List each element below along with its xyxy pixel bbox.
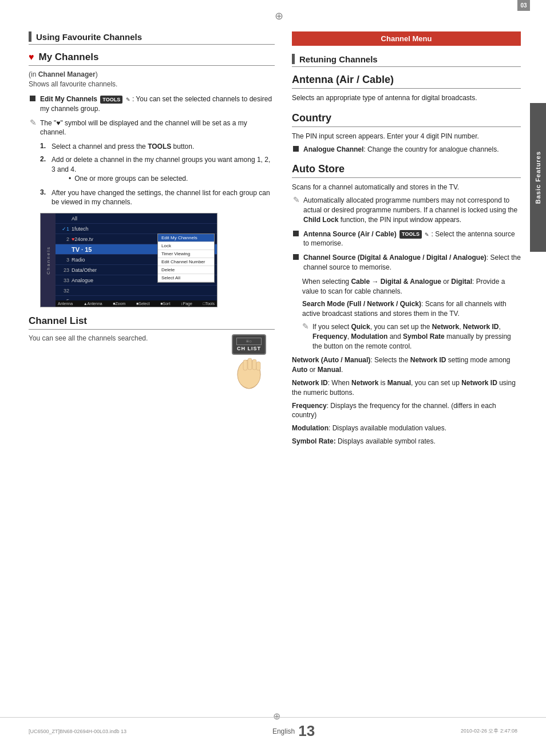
footer-page-number: English 13 (272, 722, 315, 740)
page-footer: [UC6500_ZT]BN68-02694H-00L03.indb 13 Eng… (0, 717, 546, 740)
step-2-sub-text: One or more groups can be selected. (74, 175, 188, 183)
modulation-text: Modulation: Displays available modulatio… (292, 423, 521, 433)
channel-menu-bar: Channel Menu (292, 31, 521, 46)
heart-icon: ♥ (29, 52, 34, 62)
channel-row-1: ✓1 1futech (56, 224, 217, 234)
bullet-square-icon (30, 96, 35, 101)
svg-rect-4 (256, 362, 260, 370)
ctx-delete[interactable]: Delete (158, 266, 214, 274)
analogue-channel-bullet: Analogue Channel: Change the country for… (293, 145, 521, 155)
country-title: Country (292, 112, 521, 127)
channel-list-main: All ✓1 1futech 2 ♥ 24ore.tv TV · 15 (56, 213, 217, 307)
step-2-sub-bullet: • One or more groups can be selected. (69, 175, 275, 183)
network-auto-text: Network (Auto / Manual): Selects the Net… (292, 355, 521, 375)
autostore-section: Auto Store Scans for a channel automatic… (292, 163, 521, 446)
country-section: Country The PIN input screen appears. En… (292, 112, 521, 155)
channel-list-ui: Channels All ✓1 1futech 2 ♥ 24ore.tv (40, 213, 217, 307)
bullet-square-analogue (293, 146, 299, 152)
autostore-title: Auto Store (292, 163, 521, 178)
cl-num-radio: 3 (58, 257, 69, 263)
cl-num-32: 32 (58, 288, 69, 294)
autostore-note2: ✎ If you select Quick, you can set up th… (302, 322, 521, 351)
my-channels-title: My Channels (39, 52, 99, 63)
step-2-label: 2. (40, 155, 52, 163)
note-icon: ✎ (30, 118, 37, 127)
channel-row-all: All (56, 213, 217, 224)
channel-ui-footer: Antenna ▲Antenna ■Zoom ■Select ■Sort ↕Pa… (56, 300, 217, 307)
antenna-source-bullet: Antenna Source (Air / Cable) TOOLS ✎ : S… (293, 229, 521, 249)
channel-sidebar: Channels (41, 213, 56, 307)
retuning-header: Retuning Channels (292, 54, 521, 67)
svg-rect-1 (243, 360, 247, 370)
side-tab-number: 03 (517, 0, 530, 11)
footer-english-label: English (272, 727, 295, 735)
footer-right-text: 2010-02-26 오후 2:47:08 (461, 727, 517, 735)
tools-badge: TOOLS (100, 96, 122, 104)
autostore-note2-text: If you select Quick, you can set up the … (312, 322, 521, 351)
note-icon-2: ✎ (302, 322, 309, 331)
step-1-text: Select a channel and press the TOOLS but… (52, 142, 194, 152)
bullet-sq-antenna (293, 231, 299, 236)
autostore-note-text: Automatically allocated programme number… (303, 196, 521, 224)
analogue-channel-text: Analogue Channel: Change the country for… (303, 145, 521, 155)
compass-top-icon: ⊕ (273, 10, 284, 22)
antenna-source-text: Antenna Source (Air / Cable) TOOLS ✎ : S… (303, 229, 521, 249)
channel-row-32: 32 (56, 286, 217, 296)
channel-list-header: Channel List (29, 315, 275, 330)
footer-page-num: 13 (298, 722, 315, 740)
step-3-label: 3. (40, 188, 52, 196)
numbered-steps: 1. Select a channel and press the TOOLS … (40, 142, 275, 207)
ctx-edit-channel-number[interactable]: Edit Channel Number (158, 258, 214, 266)
footer-left-text: [UC6500_ZT]BN68-02694H-00L03.indb 13 (29, 729, 126, 734)
step-3-text: After you have changed the settings, the… (52, 188, 275, 208)
hand-icon (229, 357, 269, 391)
sub-bullet-dot: • (69, 175, 71, 183)
side-tab-label: Basic Features (535, 151, 541, 204)
country-text: The PIN input screen appears. Enter your… (292, 132, 521, 141)
cl-num-data: 23 (58, 267, 69, 273)
channel-source-bullet: Channel Source (Digital & Analogue / Dig… (293, 253, 521, 272)
channel-sidebar-label: Channels (46, 246, 51, 275)
antenna-section: Antenna (Air / Cable) Selects an appropr… (292, 74, 521, 103)
retuning-bar (292, 54, 295, 64)
page-container: ⊕ Using Favourite Channels ♥ My Channels… (0, 0, 546, 756)
cl-name: All (72, 216, 215, 221)
my-channels-header: ♥ My Channels (29, 52, 275, 66)
note-heart-text: The "♥" symbol will be displayed and the… (40, 118, 275, 138)
section-header-bar (29, 31, 31, 42)
svg-rect-3 (252, 359, 256, 370)
ctx-select-all[interactable]: Select All (158, 274, 214, 282)
note-heart-symbol: ✎ The "♥" symbol will be displayed and t… (30, 118, 275, 138)
ch-list-button-area: ≡○ CH LIST (223, 334, 275, 386)
cl-num-2: 2 (58, 236, 69, 242)
antenna-title: Antenna (Air / Cable) (292, 74, 521, 89)
frequency-text: Frequency: Displays the frequency for th… (292, 401, 521, 421)
context-menu: Edit My Channels Lock Timer Viewing Edit… (157, 233, 215, 283)
step-2-text: Add or delete a channel in the my channe… (52, 156, 270, 173)
ctx-lock[interactable]: Lock (158, 242, 214, 250)
ctx-edit-my-channels[interactable]: Edit My Channels (158, 234, 214, 242)
symbol-rate-text: Symbol Rate: Displays available symbol r… (292, 437, 521, 446)
svg-rect-2 (248, 358, 252, 370)
shows-all-text: Shows all favourite channels. (29, 80, 275, 88)
channel-list-title: Channel List (29, 315, 87, 327)
channel-source-text: Channel Source (Digital & Analogue / Dig… (303, 253, 521, 272)
edit-my-channels-text: Edit My Channels TOOLS ✎ : You can set t… (40, 94, 275, 114)
ctx-timer-viewing[interactable]: Timer Viewing (158, 250, 214, 258)
step-2: 2. Add or delete a channel in the my cha… (40, 155, 275, 185)
cable-text: When selecting Cable → Digital & Analogu… (302, 277, 521, 296)
tools-badge-antenna: TOOLS (399, 230, 422, 239)
section-title: Using Favourite Channels (36, 32, 142, 42)
channel-list-section: Channel List You can see all the channel… (29, 315, 275, 386)
note-icon-autostore: ✎ (293, 195, 300, 204)
bullet-sq-channel (293, 254, 299, 260)
in-channel-manager-text: (in Channel Manager) (29, 70, 275, 78)
channel-list-text: You can see all the channels searched. (29, 334, 212, 342)
ch-list-button[interactable]: ≡○ CH LIST (232, 334, 266, 355)
channel-row-tv: TV · 15 Edit My Channels Lock Timer View… (56, 244, 217, 255)
network-id-text: Network ID: When Network is Manual, you … (292, 378, 521, 398)
retuning-title: Retuning Channels (299, 54, 378, 64)
autostore-note: ✎ Automatically allocated programme numb… (293, 196, 521, 224)
side-tab: Basic Features (530, 103, 546, 252)
cl-num-analogue: 33 (58, 278, 69, 283)
